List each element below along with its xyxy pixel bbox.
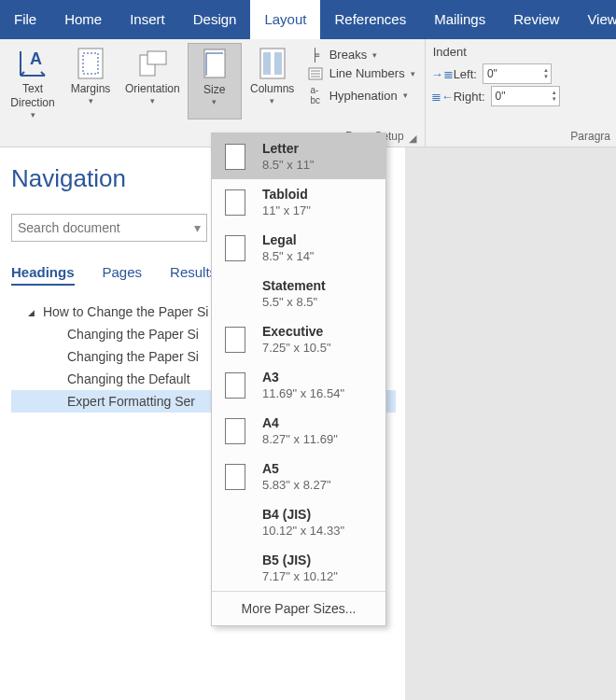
size-option-name: A5 <box>262 461 331 476</box>
tab-home[interactable]: Home <box>50 0 116 39</box>
page-thumb-icon <box>225 418 245 444</box>
line-numbers-button[interactable]: Line Numbers ▾ <box>303 65 419 81</box>
menubar: File Home Insert Design Layout Reference… <box>0 0 616 39</box>
line-numbers-label: Line Numbers <box>329 66 405 80</box>
size-option-a5[interactable]: A55.83" x 8.27" <box>212 454 385 499</box>
group-paragraph: Indent →≣ Left: 0" ▲▼ ≣← Right: 0" ▲▼ Pa… <box>426 39 616 147</box>
svg-rect-7 <box>263 52 271 75</box>
size-label: Size <box>203 83 225 97</box>
chevron-down-icon: ▾ <box>31 110 35 119</box>
svg-text:A: A <box>30 49 42 68</box>
size-button[interactable]: Size ▾ <box>188 43 242 119</box>
size-option-dim: 10.12" x 14.33" <box>262 524 344 538</box>
ribbon: A TextDirection ▾ Margins ▾ <box>0 39 616 147</box>
hyphenation-icon: a-bc <box>307 85 324 105</box>
size-option-dim: 8.5" x 11" <box>262 158 315 172</box>
orientation-button[interactable]: Orientation ▾ <box>121 43 184 119</box>
size-option-name: B5 (JIS) <box>262 553 338 567</box>
nav-tab-headings[interactable]: Headings <box>11 264 75 286</box>
nav-tab-pages[interactable]: Pages <box>103 264 143 286</box>
size-option-dim: 5.83" x 8.27" <box>262 478 331 492</box>
size-option-name: A3 <box>262 370 344 385</box>
chevron-down-icon: ▾ <box>270 96 274 105</box>
indent-left-value: 0" <box>487 67 497 80</box>
indent-left-input[interactable]: 0" ▲▼ <box>483 63 552 84</box>
page-thumb-icon <box>225 327 245 353</box>
search-input[interactable] <box>18 220 194 235</box>
indent-right-icon: ≣← <box>431 90 448 104</box>
size-option-dim: 7.25" x 10.5" <box>262 341 331 355</box>
breaks-icon: ╞ <box>307 48 324 62</box>
tab-layout[interactable]: Layout <box>250 0 320 39</box>
orientation-label: Orientation <box>125 82 180 96</box>
page-thumb-icon <box>225 372 245 399</box>
text-direction-button[interactable]: A TextDirection ▾ <box>6 43 60 119</box>
spinner-icon[interactable]: ▲▼ <box>552 90 557 103</box>
search-dropdown-icon[interactable]: ▾ <box>194 220 201 235</box>
orientation-icon <box>136 47 168 80</box>
size-option-b5-jis-[interactable]: B5 (JIS)7.17" x 10.12" <box>212 545 385 591</box>
tab-insert[interactable]: Insert <box>116 0 179 39</box>
line-numbers-icon <box>307 67 324 80</box>
chevron-down-icon: ▾ <box>150 96 155 105</box>
size-option-name: Tabloid <box>262 187 311 202</box>
size-option-name: Statement <box>262 278 326 293</box>
size-icon <box>199 48 231 81</box>
columns-button[interactable]: Columns ▾ <box>245 43 300 119</box>
chevron-down-icon: ▾ <box>403 91 408 100</box>
margins-label: Margins <box>71 82 111 96</box>
svg-rect-4 <box>147 51 166 64</box>
chevron-down-icon: ▾ <box>89 96 93 105</box>
size-option-statement[interactable]: Statement5.5" x 8.5" <box>212 271 385 316</box>
size-option-legal[interactable]: Legal8.5" x 14" <box>212 225 385 271</box>
size-option-dim: 11.69" x 16.54" <box>262 386 344 400</box>
size-dropdown-menu: Letter8.5" x 11"Tabloid11" x 17"Legal8.5… <box>211 133 386 626</box>
columns-label: Columns <box>250 82 294 96</box>
size-option-b4-jis-[interactable]: B4 (JIS)10.12" x 14.33" <box>212 499 385 545</box>
size-option-a3[interactable]: A311.69" x 16.54" <box>212 362 385 408</box>
document-area[interactable] <box>405 147 616 700</box>
size-option-letter[interactable]: Letter8.5" x 11" <box>212 133 385 179</box>
breaks-button[interactable]: ╞ Breaks ▾ <box>303 47 419 63</box>
outline-root-label: How to Change the Paper Si <box>43 304 208 319</box>
tab-view[interactable]: View <box>573 0 616 39</box>
chevron-down-icon: ▾ <box>212 97 217 106</box>
chevron-down-icon: ▾ <box>372 50 377 60</box>
size-option-name: Letter <box>262 141 315 156</box>
search-document-box[interactable]: ▾ <box>11 214 207 242</box>
margins-button[interactable]: Margins ▾ <box>63 43 118 119</box>
tab-references[interactable]: References <box>320 0 420 39</box>
size-option-dim: 11" x 17" <box>262 203 311 217</box>
page-thumb-icon <box>225 144 245 170</box>
size-option-executive[interactable]: Executive7.25" x 10.5" <box>212 316 385 362</box>
size-option-a4[interactable]: A48.27" x 11.69" <box>212 408 385 454</box>
paragraph-group-label: Paragra <box>431 130 610 145</box>
columns-icon <box>257 47 288 80</box>
tab-design[interactable]: Design <box>179 0 251 39</box>
group-page-setup: A TextDirection ▾ Margins ▾ <box>0 39 426 147</box>
size-option-name: Legal <box>262 232 315 247</box>
margins-icon <box>75 47 106 80</box>
size-option-dim: 8.5" x 14" <box>262 249 315 263</box>
indent-left-label: Left: <box>454 67 477 81</box>
indent-left-icon: →≣ <box>431 67 448 81</box>
size-option-name: A4 <box>262 415 338 430</box>
more-paper-sizes[interactable]: More Paper Sizes... <box>212 591 385 625</box>
size-option-dim: 5.5" x 8.5" <box>262 295 326 309</box>
page-setup-dialog-launcher[interactable]: ◢ <box>405 133 416 144</box>
tab-mailings[interactable]: Mailings <box>420 0 499 39</box>
tab-file[interactable]: File <box>0 0 50 39</box>
size-option-tabloid[interactable]: Tabloid11" x 17" <box>212 179 385 225</box>
breaks-label: Breaks <box>329 48 367 62</box>
nav-tab-results[interactable]: Results <box>170 264 217 286</box>
spinner-icon[interactable]: ▲▼ <box>543 67 549 80</box>
size-option-dim: 8.27" x 11.69" <box>262 432 338 446</box>
indent-right-label: Right: <box>454 90 485 104</box>
tab-review[interactable]: Review <box>499 0 573 39</box>
text-direction-label: TextDirection <box>10 82 54 110</box>
collapse-icon[interactable]: ◢ <box>28 308 39 317</box>
size-option-dim: 7.17" x 10.12" <box>262 569 338 583</box>
text-direction-icon: A <box>17 47 49 80</box>
hyphenation-button[interactable]: a-bc Hyphenation ▾ <box>303 84 419 106</box>
indent-right-input[interactable]: 0" ▲▼ <box>491 86 560 106</box>
